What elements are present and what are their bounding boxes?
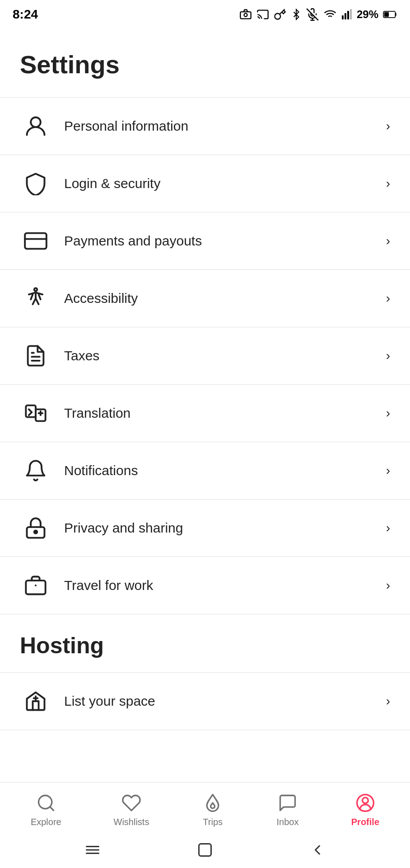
settings-item-notifications[interactable]: Notifications › (0, 442, 410, 500)
svg-rect-9 (347, 11, 349, 19)
bluetooth-icon (291, 8, 302, 21)
inbox-label: Inbox (277, 817, 299, 827)
personal-info-label: Personal information (64, 118, 386, 134)
briefcase-icon (20, 570, 51, 601)
payments-label: Payments and payouts (64, 233, 386, 249)
key-icon (274, 8, 286, 21)
svg-rect-0 (240, 12, 251, 19)
settings-item-travel-work[interactable]: Travel for work › (0, 557, 410, 614)
bottom-nav: Explore Wishlists Trips Inbox (0, 782, 410, 868)
nav-item-inbox[interactable]: Inbox (269, 790, 306, 829)
svg-point-30 (362, 797, 368, 803)
settings-item-payments[interactable]: Payments and payouts › (0, 212, 410, 270)
airbnb-icon (201, 792, 224, 814)
cast-icon (256, 8, 269, 21)
search-icon (35, 792, 57, 814)
taxes-chevron: › (386, 349, 390, 363)
battery-icon (383, 8, 397, 21)
translation-label: Translation (64, 406, 386, 421)
settings-item-login-security[interactable]: Login & security › (0, 155, 410, 212)
main-content: Settings Personal information › Login & … (0, 27, 410, 782)
svg-line-28 (50, 807, 53, 811)
shield-icon (20, 168, 51, 199)
status-bar: 8:24 29% (0, 0, 410, 27)
android-menu-button[interactable] (84, 841, 102, 859)
svg-rect-10 (350, 9, 352, 19)
chat-icon (276, 792, 299, 814)
svg-rect-23 (26, 580, 45, 594)
page-title: Settings (0, 36, 410, 97)
bell-icon (20, 455, 51, 486)
svg-rect-34 (199, 844, 211, 856)
svg-rect-12 (384, 12, 389, 17)
translation-icon (20, 397, 51, 429)
login-security-label: Login & security (64, 176, 386, 191)
camera-icon (239, 8, 252, 21)
accessibility-icon (20, 283, 51, 314)
status-time: 8:24 (13, 7, 38, 22)
notifications-chevron: › (386, 463, 390, 478)
payments-chevron: › (386, 234, 390, 248)
settings-item-privacy[interactable]: Privacy and sharing › (0, 500, 410, 557)
personal-info-chevron: › (386, 119, 390, 133)
svg-rect-14 (25, 233, 47, 249)
settings-list: Personal information › Login & security … (0, 97, 410, 614)
settings-item-list-space[interactable]: List your space › (0, 672, 410, 730)
privacy-label: Privacy and sharing (64, 520, 386, 536)
translation-chevron: › (386, 406, 390, 420)
trips-label: Trips (203, 817, 223, 827)
svg-point-22 (34, 530, 37, 533)
hosting-list: List your space › (0, 672, 410, 730)
person-icon (20, 110, 51, 142)
hosting-title: Hosting (0, 614, 410, 672)
wifi-icon (323, 8, 337, 21)
home-plus-icon (20, 685, 51, 717)
explore-label: Explore (31, 817, 61, 827)
wishlists-label: Wishlists (114, 817, 149, 827)
taxes-label: Taxes (64, 348, 386, 363)
svg-point-13 (31, 118, 41, 127)
android-nav (0, 833, 410, 868)
accessibility-chevron: › (386, 291, 390, 306)
nav-item-explore[interactable]: Explore (23, 790, 69, 829)
settings-item-personal-info[interactable]: Personal information › (0, 97, 410, 155)
nav-item-profile[interactable]: Profile (344, 790, 387, 829)
nav-item-wishlists[interactable]: Wishlists (107, 790, 157, 829)
settings-item-translation[interactable]: Translation › (0, 385, 410, 442)
nav-item-trips[interactable]: Trips (194, 790, 231, 829)
svg-point-16 (34, 288, 37, 291)
signal-icon (341, 8, 352, 21)
list-space-chevron: › (386, 694, 390, 708)
travel-work-chevron: › (386, 578, 390, 593)
svg-rect-7 (342, 15, 344, 19)
list-space-label: List your space (64, 693, 386, 709)
login-security-chevron: › (386, 176, 390, 191)
mute-icon (306, 8, 319, 21)
svg-point-1 (244, 14, 247, 17)
credit-card-icon (20, 225, 51, 257)
travel-work-label: Travel for work (64, 578, 386, 593)
accessibility-label: Accessibility (64, 291, 386, 306)
android-back-button[interactable] (308, 841, 326, 859)
profile-label: Profile (351, 817, 379, 827)
notifications-label: Notifications (64, 463, 386, 478)
svg-rect-8 (345, 13, 346, 19)
privacy-chevron: › (386, 521, 390, 535)
heart-icon (120, 792, 143, 814)
status-icons: 29% (239, 8, 397, 21)
battery-text: 29% (357, 8, 378, 21)
settings-item-taxes[interactable]: Taxes › (0, 327, 410, 385)
person-circle-icon (354, 792, 377, 814)
settings-item-accessibility[interactable]: Accessibility › (0, 270, 410, 327)
lock-icon (20, 512, 51, 544)
android-home-button[interactable] (196, 841, 214, 859)
nav-items: Explore Wishlists Trips Inbox (0, 783, 410, 833)
document-icon (20, 340, 51, 372)
